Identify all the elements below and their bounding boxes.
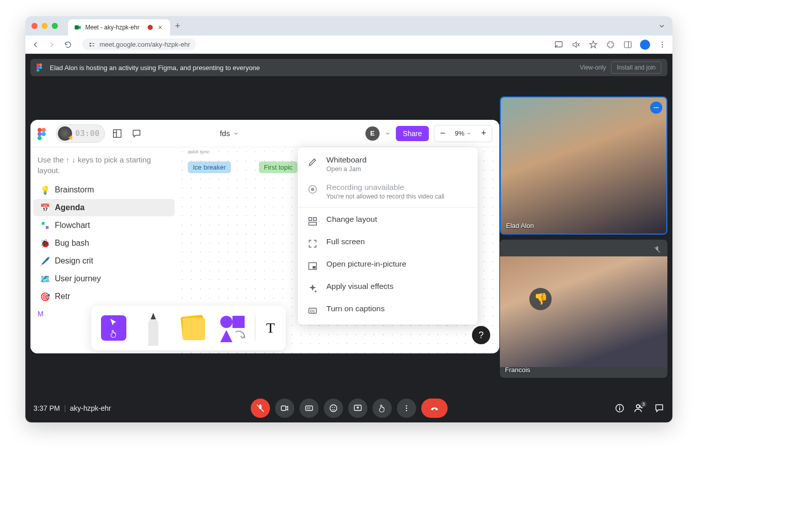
minimize-window[interactable] [42,23,48,29]
comment-tool-icon[interactable] [129,126,144,141]
maximize-window[interactable] [52,23,58,29]
cast-icon[interactable] [554,40,564,50]
help-button[interactable]: ? [472,326,490,344]
file-name[interactable]: fds [220,129,239,138]
shapes-icon [218,314,247,342]
svg-rect-1 [89,43,91,44]
captions-button[interactable]: CC [299,399,319,418]
menu-pip[interactable]: Open picture-in-picture [298,254,478,277]
svg-point-45 [334,407,335,408]
titlebar: Meet - aky-hzpk-ehr × + [25,16,672,36]
meeting-details-button[interactable] [615,403,625,413]
mic-button[interactable] [251,399,270,418]
browser-menu-icon[interactable] [657,40,667,50]
tab-title: Meet - aky-hzpk-ehr [85,24,140,31]
close-tab-icon[interactable]: × [157,24,164,31]
zoom-out-button[interactable]: − [434,125,451,142]
template-flowchart[interactable]: Flowchart [33,217,175,234]
tab-search-icon[interactable] [657,21,666,30]
video-feed [500,256,667,367]
main-content: ★ 03:00 fds E Share − [25,81,672,394]
avatar-chevron-icon[interactable] [385,130,391,137]
svg-point-8 [662,46,663,47]
svg-point-26 [220,316,232,328]
zoom-level[interactable]: 9% [451,129,476,137]
shapes-tool[interactable] [213,309,252,347]
close-window[interactable] [31,23,38,29]
camera-button[interactable] [275,399,294,418]
menu-change-layout[interactable]: Change layout [298,210,478,232]
template-retro[interactable]: 🎯Retr [33,288,175,305]
svg-rect-3 [555,42,562,47]
text-tool[interactable]: T [258,309,283,347]
svg-text:CC: CC [307,407,311,410]
bookmark-icon[interactable] [588,40,598,50]
menu-captions[interactable]: CC Turn on captions [298,299,478,321]
layout-icon [307,216,318,227]
timer-avatar-icon: ★ [58,126,72,141]
chip-icebreaker[interactable]: Ice breaker [188,161,231,173]
cursor-tool[interactable] [94,309,133,347]
template-agenda[interactable]: 📅Agenda [33,199,175,216]
video-tile-presenter[interactable]: Elad Alon [500,96,667,235]
more-options-button[interactable] [397,399,416,418]
new-tab-button[interactable]: + [175,21,181,31]
chat-button[interactable] [654,403,664,413]
timer-widget[interactable]: ★ 03:00 [56,124,105,143]
share-button[interactable]: Share [396,126,429,141]
site-settings-icon [88,41,95,48]
mute-tab-icon[interactable] [571,40,581,50]
pencil-tool[interactable] [134,309,173,347]
chip-first-topic[interactable]: First topic [259,161,297,173]
sidepanel-icon[interactable] [623,40,633,50]
svg-rect-40 [281,406,286,411]
template-brainstorm[interactable]: 💡Brainstorm [33,181,175,199]
video-tile-participant[interactable]: 👎 Francois [500,240,667,378]
back-button[interactable] [30,40,41,50]
menu-visual-effects[interactable]: Apply visual effects [298,277,478,299]
tile-more-icon[interactable] [650,102,662,114]
svg-rect-34 [313,266,316,269]
lightbulb-icon: 💡 [41,185,50,194]
svg-rect-0 [75,25,79,29]
menu-fullscreen[interactable]: Full screen [298,232,478,254]
user-avatar[interactable]: E [365,126,380,141]
raise-hand-button[interactable] [373,399,392,418]
svg-text:CC: CC [310,309,315,313]
svg-point-38 [656,107,657,108]
browser-tab[interactable]: Meet - aky-hzpk-ehr × [68,19,170,36]
svg-rect-31 [314,218,317,221]
meeting-info: 3:37 PM | aky-hzpk-ehr [33,404,111,412]
banner-text: Elad Alon is hosting an activity using F… [50,64,260,72]
people-button[interactable]: 3 [634,403,645,414]
nav-toolbar: meet.google.com/aky-hzpk-ehr [25,36,672,54]
svg-point-15 [42,128,46,132]
template-designcrit[interactable]: 🖊️Design crit [33,252,175,270]
extensions-icon[interactable] [605,40,616,50]
template-bugbash[interactable]: 🐞Bug bash [33,235,175,252]
clock-time: 3:37 PM [33,404,60,412]
reactions-button[interactable] [324,399,343,418]
forward-button[interactable] [47,40,57,50]
layout-tool-icon[interactable] [110,126,124,141]
leave-call-button[interactable] [421,399,448,418]
figma-toolbar: ★ 03:00 fds E Share − [30,120,499,147]
template-userjourney[interactable]: 🗺️User journey [33,270,175,287]
svg-rect-30 [309,218,312,221]
calendar-icon: 📅 [41,203,50,212]
reload-button[interactable] [63,40,73,50]
zoom-in-button[interactable]: + [476,125,492,142]
map-icon: 🗺️ [41,274,50,283]
profile-avatar[interactable] [640,40,650,50]
address-bar[interactable]: meet.google.com/aky-hzpk-ehr [82,39,196,50]
present-button[interactable] [348,399,367,418]
svg-point-9 [37,63,39,66]
svg-rect-4 [624,42,631,48]
svg-point-52 [619,406,620,407]
svg-point-6 [662,42,663,43]
sticky-tool[interactable] [174,309,212,347]
chevron-down-icon [233,130,239,137]
menu-whiteboard[interactable]: WhiteboardOpen a Jam [298,150,478,178]
figma-logo-icon[interactable] [38,128,46,139]
install-join-button[interactable]: Install and join [611,61,661,74]
